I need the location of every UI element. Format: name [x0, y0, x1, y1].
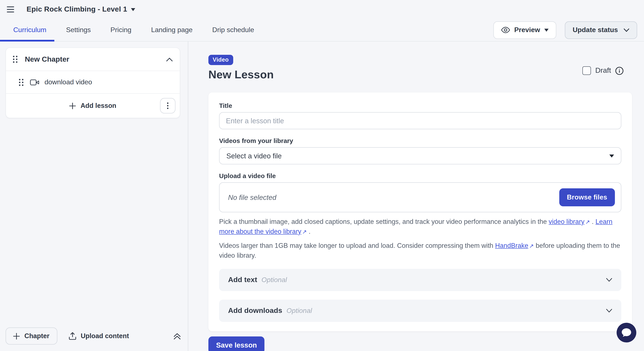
chapter-footer: Add lesson — [6, 94, 180, 118]
tab-landing-page[interactable]: Landing page — [151, 26, 192, 34]
page-title: New Lesson — [208, 68, 644, 81]
info-icon[interactable] — [615, 66, 624, 75]
caret-down-icon — [544, 28, 548, 32]
chapter-header: New Chapter — [6, 48, 180, 71]
curriculum-sidebar: New Chapter download video — [0, 42, 188, 351]
lesson-title: download video — [44, 78, 92, 86]
chapter-title[interactable]: New Chapter — [25, 55, 69, 64]
help-text: . — [590, 218, 596, 225]
hamburger-menu-icon[interactable] — [7, 4, 18, 15]
chapter-options-button[interactable] — [160, 98, 176, 114]
tab-curriculum[interactable]: Curriculum — [13, 26, 46, 34]
title-field-label: Title — [219, 102, 621, 109]
sidebar-footer: Chapter Upload content — [6, 328, 181, 344]
chevron-down-icon — [606, 278, 612, 282]
content-area: New Chapter download video — [0, 42, 644, 351]
upload-content-button[interactable]: Upload content — [69, 332, 129, 340]
tab-bar: Curriculum Settings Pricing Landing page… — [0, 19, 644, 42]
drag-handle-icon[interactable] — [19, 78, 24, 86]
add-text-panel[interactable]: Add text Optional — [219, 269, 621, 291]
lesson-type-badge: Video — [208, 55, 233, 65]
library-field-label: Videos from your library — [219, 137, 621, 144]
lesson-editor: Video New Lesson Draft Title Videos from… — [188, 42, 644, 351]
chat-bubble-icon — [621, 328, 632, 337]
top-bar: Epic Rock Climbing - Level 1 — [0, 0, 644, 19]
add-lesson-button[interactable]: Add lesson — [69, 102, 116, 110]
product-title: Epic Rock Climbing - Level 1 — [26, 5, 127, 14]
double-chevron-up-icon — [173, 332, 181, 340]
help-text: Pick a thumbnail image, add closed capti… — [219, 218, 549, 225]
tab-settings[interactable]: Settings — [66, 26, 91, 34]
video-library-select-value: Select a video file — [226, 152, 282, 160]
upload-icon — [69, 332, 76, 340]
app-root: Epic Rock Climbing - Level 1 Curriculum … — [0, 0, 644, 351]
eye-icon — [501, 26, 510, 34]
kebab-menu-icon — [167, 102, 168, 109]
add-downloads-label: Add downloads — [228, 306, 282, 315]
browse-files-button[interactable]: Browse files — [559, 188, 615, 206]
optional-label: Optional — [262, 276, 287, 284]
draft-label: Draft — [595, 66, 611, 75]
draft-checkbox[interactable] — [582, 66, 591, 75]
tab-actions: Preview Update status — [493, 21, 637, 39]
drag-handle-icon[interactable] — [13, 56, 18, 63]
preview-button[interactable]: Preview — [493, 21, 556, 39]
caret-down-icon — [609, 154, 614, 157]
lesson-form-card: Title Videos from your library Select a … — [208, 92, 632, 331]
help-text: Videos larger than 1GB may take longer t… — [219, 242, 495, 249]
save-lesson-button[interactable]: Save lesson — [208, 336, 265, 351]
tab-pricing[interactable]: Pricing — [110, 26, 131, 34]
chevron-down-icon — [606, 308, 612, 313]
chapter-card: New Chapter download video — [6, 48, 180, 118]
draft-control: Draft — [582, 66, 624, 75]
add-lesson-label: Add lesson — [80, 102, 116, 110]
video-library-help-text: Pick a thumbnail image, add closed capti… — [219, 217, 621, 237]
upload-content-label: Upload content — [81, 332, 129, 340]
add-chapter-label: Chapter — [24, 332, 50, 340]
lesson-header: Video New Lesson — [208, 55, 644, 81]
video-library-link[interactable]: video library — [549, 218, 584, 225]
plus-icon — [69, 102, 76, 109]
compression-help-text: Videos larger than 1GB may take longer t… — [219, 241, 621, 260]
active-tab-underline — [0, 40, 54, 42]
add-downloads-panel[interactable]: Add downloads Optional — [219, 300, 621, 322]
preview-label: Preview — [514, 26, 540, 34]
external-link-icon: ↗ — [584, 218, 590, 227]
external-link-icon: ↗ — [301, 227, 307, 237]
add-text-label: Add text — [228, 276, 257, 284]
chevron-down-icon — [624, 28, 630, 32]
help-text: . — [307, 228, 310, 235]
update-status-button[interactable]: Update status — [565, 21, 637, 39]
handbrake-link[interactable]: HandBrake — [495, 242, 528, 249]
add-chapter-button[interactable]: Chapter — [6, 328, 57, 344]
product-switcher[interactable]: Epic Rock Climbing - Level 1 — [26, 5, 135, 14]
external-link-icon: ↗ — [528, 242, 534, 251]
chat-widget-button[interactable] — [616, 323, 636, 342]
update-status-label: Update status — [572, 26, 618, 34]
file-upload-dropzone[interactable]: No file selected Browse files — [219, 182, 621, 212]
collapse-all-button[interactable] — [173, 332, 181, 340]
lesson-title-input[interactable] — [219, 112, 621, 129]
no-file-text: No file selected — [228, 193, 276, 202]
video-camera-icon — [30, 79, 39, 86]
lesson-list-item[interactable]: download video — [6, 71, 180, 94]
optional-label: Optional — [286, 307, 312, 314]
video-library-select[interactable]: Select a video file — [219, 147, 621, 164]
upload-field-label: Upload a video file — [219, 172, 621, 179]
collapse-chapter-button[interactable] — [166, 57, 173, 62]
chevron-up-icon — [166, 57, 173, 62]
plus-icon — [13, 333, 20, 339]
tab-drip-schedule[interactable]: Drip schedule — [212, 26, 254, 34]
caret-down-icon — [131, 8, 135, 11]
